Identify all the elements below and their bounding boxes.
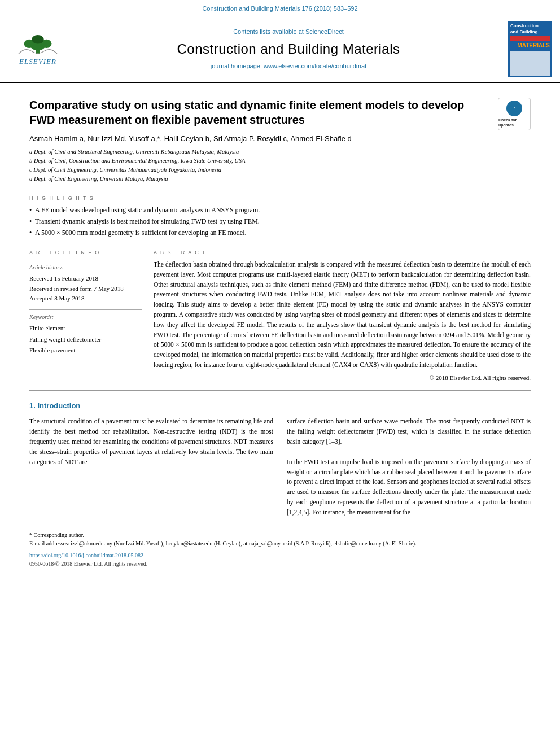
footnote-area: * Corresponding author. E-mail addresses… (29, 527, 531, 568)
keywords-list: Finite element Falling weight deflectome… (29, 323, 142, 356)
email-note: E-mail addresses: izzi@ukm.edu.my (Nur I… (29, 539, 531, 548)
highlights-label: H I G H L I G H T S (29, 195, 531, 202)
top-bar: Construction and Building Materials 176 … (0, 0, 560, 16)
intro-col2-p2: In the FWD test an impulse load is impos… (287, 457, 531, 518)
affiliation-3: c Dept. of Civil Engineering, Universita… (29, 165, 531, 174)
copyright-line: © 2018 Elsevier Ltd. All rights reserved… (154, 374, 531, 382)
article-info-col: A R T I C L E I N F O Article history: R… (29, 249, 142, 382)
svg-point-4 (32, 35, 43, 43)
intro-col-1: The structural condition of a pavement m… (29, 417, 273, 517)
journal-header: ELSEVIER Contents lists available at Sci… (0, 16, 560, 83)
journal-homepage: journal homepage: www.elsevier.com/locat… (75, 62, 502, 71)
info-abstract-section: A R T I C L E I N F O Article history: R… (29, 249, 531, 382)
cover-image: Constructionand Building MATERIALS (508, 21, 552, 77)
intro-col2-p1: surface deflection basin and surface wav… (287, 417, 531, 447)
elsevier-brand-name: ELSEVIER (19, 56, 56, 67)
highlights-section: H I G H L I G H T S A FE model was devel… (29, 195, 531, 237)
elsevier-logo: ELSEVIER (7, 32, 69, 67)
intro-body: The structural condition of a pavement m… (29, 417, 531, 517)
intro-col-2: surface deflection basin and surface wav… (287, 417, 531, 517)
highlight-item: A FE model was developed using static an… (29, 206, 531, 215)
check-updates-icon: ✓ (506, 101, 522, 116)
abstract-col: A B S T R A C T The deflection basin obt… (154, 249, 531, 382)
journal-center: Contents lists available at ScienceDirec… (69, 28, 508, 71)
divider-1 (29, 189, 531, 189)
affiliation-4: d Dept. of Civil Engineering, Universiti… (29, 174, 531, 184)
journal-title: Construction and Building Materials (75, 40, 502, 59)
divider-2 (29, 243, 531, 243)
article-history: Received 15 February 2018 Received in re… (29, 274, 142, 304)
abstract-label: A B S T R A C T (154, 249, 531, 256)
article-title: Comparative study on using static and dy… (29, 98, 531, 127)
divider-3 (29, 390, 531, 391)
highlight-item: A 5000 × 5000 mm model geometry is suffi… (29, 228, 531, 238)
abstract-text: The deflection basin obtained through ba… (154, 260, 531, 370)
highlight-item: Transient dynamic analysis is best metho… (29, 217, 531, 226)
doi-line[interactable]: https://doi.org/10.1016/j.conbuildmat.20… (29, 551, 531, 560)
journal-reference-link[interactable]: Construction and Building Materials 176 … (202, 5, 357, 12)
issn-line: 0950-0618/© 2018 Elsevier Ltd. All right… (29, 560, 531, 568)
article-info-label: A R T I C L E I N F O (29, 249, 142, 256)
authors-line: Asmah Hamim a, Nur Izzi Md. Yusoff a,*, … (29, 134, 531, 144)
introduction-section: 1. Introduction The structural condition… (29, 401, 531, 517)
history-label: Article history: (29, 264, 142, 272)
contents-line: Contents lists available at ScienceDirec… (75, 28, 502, 36)
affiliations-block: a Dept. of Civil and Structural Engineer… (29, 147, 531, 183)
corresponding-note: * Corresponding author. (29, 531, 531, 539)
journal-cover: Constructionand Building MATERIALS (508, 21, 553, 77)
highlights-list: A FE model was developed using static an… (29, 206, 531, 237)
check-updates-badge: ✓ Check for updates (498, 98, 531, 130)
intro-heading: 1. Introduction (29, 401, 531, 411)
keywords-label: Keywords: (29, 313, 142, 321)
article-container: Comparative study on using static and dy… (0, 83, 560, 579)
sciencedirect-link[interactable]: ScienceDirect (305, 28, 344, 35)
affiliation-2: b Dept. of Civil, Construction and Envir… (29, 156, 531, 165)
affiliation-1: a Dept. of Civil and Structural Engineer… (29, 147, 531, 156)
